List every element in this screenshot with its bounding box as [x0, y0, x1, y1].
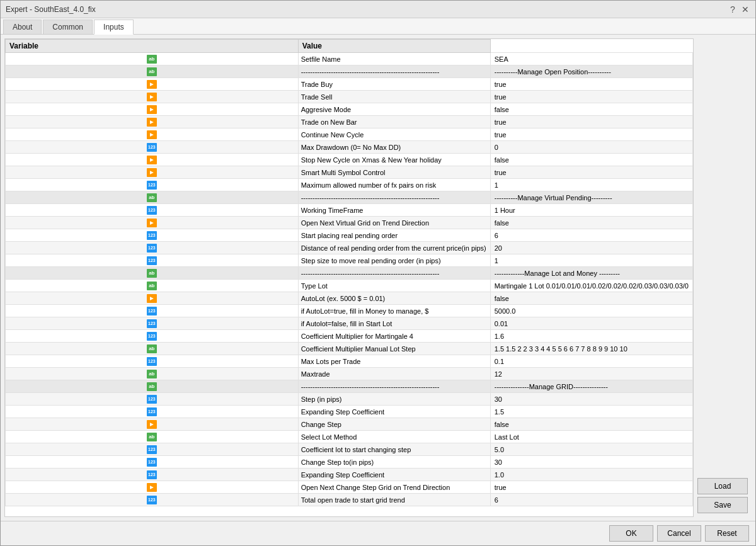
table-row[interactable]: 123Max Drawdown (0= No Max DD)0 — [6, 141, 693, 154]
table-row[interactable]: 123Start placing real pending order6 — [6, 229, 693, 242]
table-row[interactable]: abCoefficient Multiplier Manual Lot Step… — [6, 343, 693, 355]
table-row[interactable]: ab--------------------------------------… — [6, 267, 693, 280]
table-row[interactable]: abSetfile NameSEA — [6, 53, 693, 65]
row-value[interactable]: true — [490, 166, 692, 179]
row-type-icon: 123 — [147, 244, 157, 253]
table-row[interactable]: 123Working TimeFrame1 Hour — [6, 204, 693, 217]
row-value[interactable]: true — [490, 91, 692, 103]
table-row[interactable]: ▶Trade on New Bartrue — [6, 116, 693, 128]
table-row[interactable]: abSelect Lot MethodLast Lot — [6, 431, 693, 443]
row-value[interactable]: true — [490, 481, 692, 494]
table-row[interactable]: 123Step size to move real pending order … — [6, 254, 693, 267]
table-row[interactable]: 123Expanding Step Coefficient1.5 — [6, 406, 693, 418]
row-value[interactable]: 0.1 — [490, 355, 692, 368]
row-value[interactable]: Last Lot — [490, 431, 692, 443]
table-row[interactable]: ab--------------------------------------… — [6, 191, 693, 204]
table-row[interactable]: ▶Trade Selltrue — [6, 91, 693, 103]
row-value[interactable]: true — [490, 78, 692, 91]
table-row[interactable]: 123Distance of real pending order from t… — [6, 242, 693, 254]
row-variable: Expanding Step Coefficient — [298, 469, 490, 481]
table-row[interactable]: 123Expanding Step Coefficient1.0 — [6, 469, 693, 481]
save-button[interactable]: Save — [697, 497, 748, 513]
row-icon: ab — [6, 191, 299, 204]
row-icon: ▶ — [6, 78, 299, 91]
table-row[interactable]: ▶Open Next Virtual Grid on Trend Directi… — [6, 217, 693, 229]
row-type-icon: ab — [147, 193, 157, 202]
tab-inputs[interactable]: Inputs — [94, 20, 134, 35]
table-row[interactable]: ▶Open Next Change Step Grid on Trend Dir… — [6, 481, 693, 494]
table-row[interactable]: ▶Change Stepfalse — [6, 418, 693, 431]
table-row[interactable]: ▶Trade Buytrue — [6, 78, 693, 91]
row-type-icon: ▶ — [147, 118, 157, 127]
row-value[interactable]: 6 — [490, 494, 692, 506]
table-row[interactable]: 123Max Lots per Trade0.1 — [6, 355, 693, 368]
tab-about[interactable]: About — [3, 20, 42, 34]
row-type-icon: 123 — [147, 445, 157, 454]
row-icon: 123 — [6, 254, 299, 267]
help-button[interactable]: ? — [728, 4, 738, 14]
row-value[interactable]: true — [490, 128, 692, 141]
row-value[interactable]: Martingale 1 Lot 0.01/0.01/0.01/0.02/0.0… — [490, 280, 692, 292]
row-value[interactable]: false — [490, 292, 692, 305]
row-value[interactable]: 30 — [490, 393, 692, 406]
row-value[interactable]: false — [490, 103, 692, 116]
row-value[interactable]: 6 — [490, 229, 692, 242]
tab-common[interactable]: Common — [43, 20, 93, 34]
row-value[interactable]: 1 — [490, 179, 692, 191]
row-value[interactable]: 0.01 — [490, 317, 692, 330]
row-value[interactable]: ----------Manage Virtual Pending--------… — [490, 191, 692, 204]
table-row[interactable]: 123if Autolot=false, fill in Start Lot0.… — [6, 317, 693, 330]
row-icon: 123 — [6, 469, 299, 481]
row-value[interactable]: -------------Manage Lot and Money ------… — [490, 267, 692, 280]
row-value[interactable]: 1 — [490, 254, 692, 267]
table-row[interactable]: ▶Aggresive Modefalse — [6, 103, 693, 116]
row-value[interactable]: 0 — [490, 141, 692, 154]
row-value[interactable]: false — [490, 154, 692, 166]
row-variable: Max Drawdown (0= No Max DD) — [298, 141, 490, 154]
row-icon: ab — [6, 53, 299, 65]
table-row[interactable]: ▶Continue New Cycletrue — [6, 128, 693, 141]
row-value[interactable]: 20 — [490, 242, 692, 254]
table-row[interactable]: ▶Stop New Cycle on Xmas & New Year holid… — [6, 154, 693, 166]
row-value[interactable]: ----------Manage Open Position---------- — [490, 65, 692, 78]
row-value[interactable]: 1 Hour — [490, 204, 692, 217]
table-row[interactable]: 123Change Step to(in pips)30 — [6, 456, 693, 469]
table-row[interactable]: 123Maximum allowed number of fx pairs on… — [6, 179, 693, 191]
row-value[interactable]: 30 — [490, 456, 692, 469]
row-variable: Continue New Cycle — [298, 128, 490, 141]
table-row[interactable]: 123Step (in pips)30 — [6, 393, 693, 406]
row-variable: Change Step to(in pips) — [298, 456, 490, 469]
table-row[interactable]: 123Total open trade to start grid trend6 — [6, 494, 693, 506]
table-row[interactable]: abMaxtrade12 — [6, 368, 693, 380]
table-row[interactable]: 123if AutoLot=true, fill in Money to man… — [6, 305, 693, 317]
row-value[interactable]: 5.0 — [490, 443, 692, 456]
row-value[interactable]: SEA — [490, 53, 692, 65]
reset-button[interactable]: Reset — [705, 525, 749, 542]
row-value[interactable]: 1.6 — [490, 330, 692, 343]
row-value[interactable]: false — [490, 217, 692, 229]
table-row[interactable]: 123Coefficient lot to start changing ste… — [6, 443, 693, 456]
row-type-icon: ▶ — [147, 93, 157, 101]
row-value[interactable]: 1.0 — [490, 469, 692, 481]
ok-button[interactable]: OK — [609, 525, 653, 542]
table-row[interactable]: ▶AutoLot (ex. 5000 $ = 0.01)false — [6, 292, 693, 305]
row-variable: Expanding Step Coefficient — [298, 406, 490, 418]
load-button[interactable]: Load — [697, 478, 748, 494]
row-type-icon: ab — [147, 433, 157, 441]
row-value[interactable]: 5000.0 — [490, 305, 692, 317]
row-value[interactable]: false — [490, 418, 692, 431]
table-row[interactable]: ab--------------------------------------… — [6, 380, 693, 393]
row-value[interactable]: 1.5 — [490, 406, 692, 418]
table-row[interactable]: 123Coefficient Multiplier for Martingale… — [6, 330, 693, 343]
row-value[interactable]: ---------------Manage GRID--------------… — [490, 380, 692, 393]
cancel-button[interactable]: Cancel — [657, 525, 701, 542]
row-value[interactable]: 1.5 1.5 2 2 3 3 4 4 5 5 6 6 7 7 8 8 9 9 … — [490, 343, 692, 355]
close-button[interactable]: ✕ — [740, 4, 750, 14]
table-row[interactable]: ab--------------------------------------… — [6, 65, 693, 78]
table-row[interactable]: ▶Smart Multi Symbol Controltrue — [6, 166, 693, 179]
row-value[interactable]: true — [490, 116, 692, 128]
row-value[interactable]: 12 — [490, 368, 692, 380]
table-row[interactable]: abType LotMartingale 1 Lot 0.01/0.01/0.0… — [6, 280, 693, 292]
row-type-icon: 123 — [147, 181, 157, 190]
parameters-table-container[interactable]: Variable Value abSetfile NameSEAab------… — [4, 38, 694, 517]
